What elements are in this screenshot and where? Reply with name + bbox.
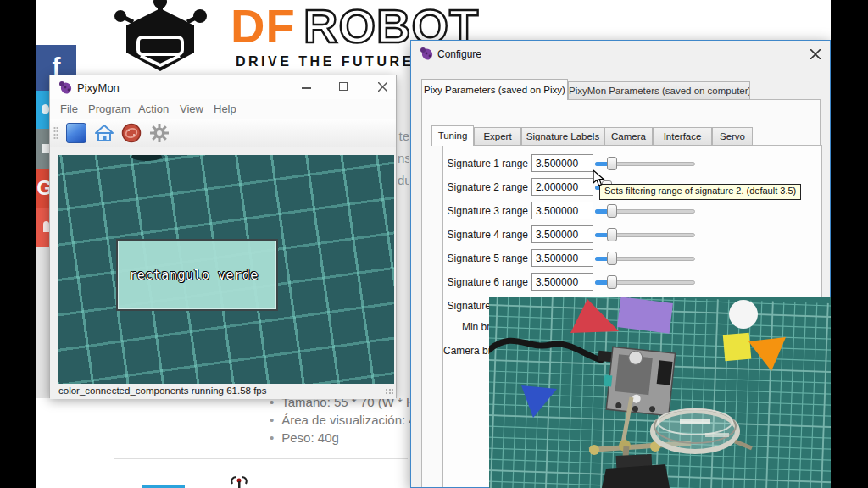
pixymon-statusbar: color_connected_components running 61.58…	[50, 384, 396, 399]
toolbar-grip[interactable]	[53, 126, 58, 141]
dialog-close-button[interactable]	[808, 47, 823, 62]
dfrobot-logo-icon	[113, 0, 208, 73]
text-fragment: ns	[398, 147, 409, 169]
sidebar-gray-strip	[36, 247, 49, 398]
signature-2-input[interactable]	[531, 178, 593, 196]
slider-handle[interactable]	[607, 228, 617, 241]
close-button[interactable]	[369, 75, 398, 99]
antenna-icon	[230, 475, 248, 488]
signature-4-row: Signature 4 range	[443, 225, 821, 246]
signature-5-slider[interactable]	[595, 252, 695, 265]
subtab-camera[interactable]: Camera	[604, 127, 653, 146]
mouse-cursor	[593, 169, 605, 187]
signature-3-label: Signature 3 range	[443, 205, 528, 217]
section-divider	[114, 458, 408, 459]
subtab-signature-labels[interactable]: Signature Labels	[521, 127, 604, 146]
slider-handle[interactable]	[607, 157, 617, 170]
signature-1-slider[interactable]	[595, 157, 695, 170]
menu-action[interactable]: Action	[138, 103, 169, 115]
photo-overlay	[489, 297, 831, 488]
pixymon-window: PixyMon File Program Action View Help	[49, 75, 397, 398]
menu-view[interactable]: View	[180, 103, 203, 115]
maximize-button[interactable]	[330, 75, 359, 99]
subtab-tuning[interactable]: Tuning	[431, 125, 474, 146]
bullet-icon: •	[270, 413, 274, 427]
stop-button-icon[interactable]	[66, 123, 86, 143]
subtab-expert[interactable]: Expert	[474, 127, 521, 146]
signature-4-label: Signature 4 range	[443, 229, 528, 241]
spec-item: •Peso: 40g	[270, 430, 339, 445]
pixymon-menubar: File Program Action View Help	[50, 99, 396, 119]
signature-1-input[interactable]	[531, 154, 593, 172]
signature-5-row: Signature 5 range	[443, 249, 821, 269]
signature-3-row: Signature 3 range	[443, 202, 821, 222]
pixymon-titlebar[interactable]: PixyMon	[50, 75, 396, 99]
subtab-servo[interactable]: Servo	[712, 127, 753, 146]
signature-4-input[interactable]	[531, 225, 593, 243]
text-fragment: du	[398, 169, 409, 191]
pinterest-glyph	[43, 221, 49, 232]
slider-handle[interactable]	[607, 275, 617, 289]
configure-title: Configure	[437, 48, 481, 60]
configure-titlebar[interactable]: Configure	[411, 41, 830, 66]
video-feed[interactable]: rectangulo verde	[58, 155, 394, 384]
detection-label: rectangulo verde	[118, 241, 270, 309]
slider-tooltip: Sets filtering range of signature 2. (de…	[599, 184, 801, 200]
signature-2-label: Signature 2 range	[443, 181, 528, 193]
signature-3-input[interactable]	[531, 202, 593, 219]
signature-6-row: Signature 6 range	[443, 273, 821, 293]
bullet-icon: •	[270, 430, 274, 445]
logo-df: DF	[231, 0, 296, 53]
right-black-bar	[831, 0, 868, 488]
signature-6-input[interactable]	[531, 273, 593, 291]
signature-3-slider[interactable]	[595, 204, 695, 218]
settings-gear-icon[interactable]	[149, 123, 170, 143]
pixymon-toolbar	[50, 119, 396, 147]
text-fragment: te	[398, 125, 409, 147]
signature-5-input[interactable]	[531, 249, 593, 267]
tab-pixymon-parameters[interactable]: PixyMon Parameters (saved on computer)	[568, 81, 750, 100]
detection-box: rectangulo verde	[116, 239, 278, 311]
twitter-bird-glyph	[42, 104, 49, 114]
partial-button-edge[interactable]	[142, 485, 185, 488]
resize-grip[interactable]	[385, 388, 393, 396]
signature-4-slider[interactable]	[595, 228, 695, 241]
signature-1-label: Signature 1 range	[443, 158, 528, 169]
close-icon	[378, 82, 387, 92]
signature-5-label: Signature 5 range	[443, 252, 528, 264]
signature-6-label: Signature 6 range	[443, 276, 528, 288]
logo-tagline: DRIVE THE FUTURE	[236, 54, 415, 69]
status-text: color_connected_components running 61.58…	[58, 385, 267, 396]
tab-pixy-parameters[interactable]: Pixy Parameters (saved on Pixy)	[421, 79, 568, 100]
left-black-bar	[0, 0, 36, 488]
menu-program[interactable]: Program	[88, 103, 131, 115]
menu-file[interactable]: File	[60, 103, 78, 115]
menu-help[interactable]: Help	[214, 103, 236, 115]
signature-1-row: Signature 1 range	[443, 154, 821, 175]
page-text-fragments: te ns du	[398, 125, 409, 191]
white-circle	[729, 300, 758, 329]
slider-handle[interactable]	[607, 204, 617, 218]
linkedin-glyph	[42, 144, 49, 152]
close-icon	[810, 49, 821, 59]
yellow-square	[723, 333, 752, 362]
signature-6-slider[interactable]	[595, 275, 695, 289]
pixymon-beetle-icon	[58, 80, 72, 94]
purple-rectangle	[617, 297, 673, 334]
home-icon[interactable]	[94, 123, 114, 143]
pixymon-title: PixyMon	[77, 81, 120, 94]
slider-handle[interactable]	[607, 252, 617, 265]
minimize-button[interactable]	[292, 75, 321, 99]
configure-beetle-icon	[420, 47, 433, 60]
subtab-interface[interactable]: Interface	[653, 127, 712, 146]
raw-video-steak-icon[interactable]	[121, 123, 142, 143]
